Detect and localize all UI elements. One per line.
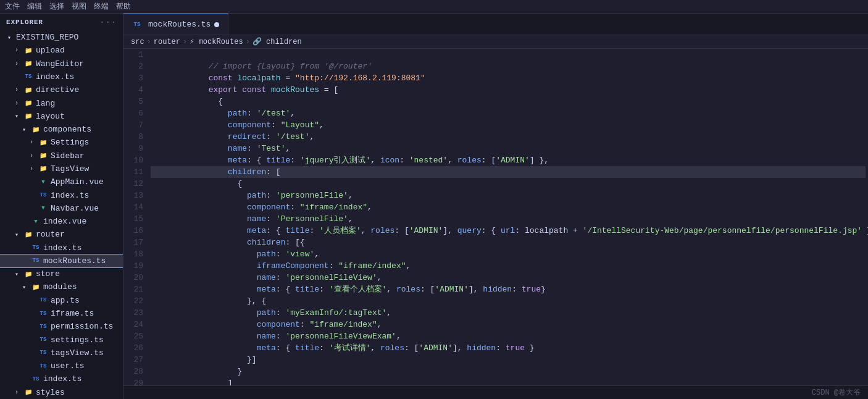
sidebar-item-app-ts[interactable]: TS app.ts (0, 294, 123, 307)
code-line-28: ] (151, 366, 866, 377)
label-app-ts: app.ts (51, 296, 80, 305)
code-editor[interactable]: 12345 678910 1112131415 1617181920 21222… (123, 49, 868, 385)
code-line-29: } (151, 377, 866, 385)
sidebar-item-navbar-vue[interactable]: ▼ Navbar.vue (0, 202, 123, 215)
sidebar-item-wangeditor[interactable]: 📁 WangEditor (0, 57, 123, 70)
sidebar-item-iframe-ts[interactable]: TS iframe.ts (0, 307, 123, 320)
sidebar-item-store[interactable]: 📁 store (0, 267, 123, 280)
menu-bar[interactable]: 文件 编辑 选择 视图 终端 帮助 (5, 1, 131, 12)
menu-edit[interactable]: 编辑 (27, 1, 42, 12)
folder-icon-components: 📁 (31, 125, 41, 135)
sidebar-item-upload[interactable]: 📁 upload (0, 44, 123, 57)
sidebar-item-tagsview[interactable]: 📁 TagsView (0, 162, 123, 175)
chevron-components (22, 126, 31, 133)
folder-icon-modules: 📁 (31, 282, 41, 292)
code-line-5: path: '/test', (151, 96, 866, 107)
watermark-text: CSDN @卷大爷 (812, 387, 861, 398)
sidebar-item-permission-ts[interactable]: TS permission.ts (0, 320, 123, 333)
label-permission-ts: permission.ts (51, 322, 113, 331)
folder-icon-lang: 📁 (23, 98, 33, 108)
sidebar-item-settings[interactable]: 📁 Settings (0, 136, 123, 149)
sidebar-more-button[interactable]: ··· (99, 17, 117, 27)
folder-icon-store: 📁 (23, 269, 33, 279)
label-index-ts-root: index.ts (36, 72, 74, 82)
sidebar-item-index-ts-router[interactable]: TS index.ts (0, 242, 123, 254)
menu-file[interactable]: 文件 (5, 1, 20, 12)
ts-icon-tab: TS (132, 20, 142, 30)
folder-icon-tagsview: 📁 (38, 164, 48, 174)
sidebar-item-index-vue[interactable]: ▼ index.vue (0, 215, 123, 228)
sidebar-item-styles[interactable]: 📁 styles (0, 386, 123, 399)
sidebar-repo-root[interactable]: EXISTING_REPO (0, 31, 123, 44)
label-lang: lang (36, 99, 55, 108)
menu-terminal[interactable]: 终端 (94, 1, 109, 12)
ts-icon-iframe: TS (38, 309, 48, 319)
sidebar-item-components[interactable]: 📁 components (0, 123, 123, 136)
sidebar-item-index-ts-store[interactable]: TS index.ts (0, 372, 123, 385)
label-index-ts-components: index.ts (51, 191, 89, 200)
label-index-ts-router: index.ts (43, 243, 81, 253)
sidebar-item-appmain-vue[interactable]: ▼ AppMain.vue (0, 175, 123, 188)
repo-label: EXISTING_REPO (16, 33, 78, 42)
sidebar-item-modules[interactable]: 📁 modules (0, 280, 123, 293)
label-sidebar-folder: Sidebar (51, 151, 85, 161)
chevron-wangeditor (15, 61, 23, 67)
sidebar-item-lang[interactable]: 📁 lang (0, 96, 123, 109)
ts-icon-router-idx: TS (31, 243, 41, 253)
sidebar-item-layout[interactable]: 📁 layout (0, 110, 123, 123)
ts-icon-user: TS (38, 361, 48, 371)
label-navbar-vue: Navbar.vue (51, 204, 99, 213)
label-settings: Settings (51, 138, 89, 147)
sidebar-header: Explorer ··· (0, 14, 123, 31)
sidebar-item-user-ts[interactable]: TS user.ts (0, 359, 123, 372)
chevron-tagsview (30, 166, 38, 172)
sidebar: Explorer ··· EXISTING_REPO 📁 upload 📁 Wa… (0, 14, 123, 399)
sidebar-item-tagsview-ts[interactable]: TS tagsView.ts (0, 346, 123, 359)
sidebar-item-index-ts-components[interactable]: TS index.ts (0, 188, 123, 201)
label-styles: styles (36, 388, 65, 397)
sep3: › (246, 38, 250, 46)
chevron-settings (30, 139, 38, 146)
code-content[interactable]: // import {Layout} from '@/router' const… (148, 49, 868, 385)
ts-icon-idx2: TS (38, 190, 48, 200)
label-appmain-vue: AppMain.vue (51, 177, 104, 187)
menu-help[interactable]: 帮助 (116, 1, 131, 12)
sidebar-item-router[interactable]: 📁 router (0, 228, 123, 241)
folder-icon-sidebar: 📁 (38, 151, 48, 161)
chevron-modules (22, 284, 31, 291)
sep1: › (147, 38, 151, 46)
label-modules: modules (43, 282, 77, 292)
ts-icon-settings: TS (38, 335, 48, 345)
sidebar-item-index-ts-root[interactable]: TS index.ts (0, 70, 123, 83)
breadcrumb-src: src (131, 38, 144, 46)
ts-icon-store-idx: TS (31, 374, 41, 384)
sidebar-item-directive[interactable]: 📁 directive (0, 83, 123, 96)
chevron-sidebar-folder (30, 153, 38, 159)
label-layout: layout (36, 112, 65, 121)
folder-icon-router: 📁 (23, 230, 33, 240)
chevron-directive (15, 86, 23, 93)
ts-icon-app: TS (38, 295, 48, 305)
breadcrumb-children: 🔗 children (252, 37, 302, 46)
menu-view[interactable]: 视图 (72, 1, 86, 12)
sidebar-item-settings-ts[interactable]: TS settings.ts (0, 333, 123, 346)
code-line-1: // import {Layout} from '@/router' (151, 49, 866, 61)
breadcrumb-router: router (154, 38, 180, 46)
label-store: store (36, 269, 60, 279)
chevron-router (15, 231, 23, 238)
label-router: router (36, 230, 65, 239)
main-layout: Explorer ··· EXISTING_REPO 📁 upload 📁 Wa… (0, 14, 868, 399)
chevron-store (15, 271, 23, 278)
label-components: components (43, 125, 91, 134)
tab-mockroutes[interactable]: TS mockRoutes.ts (123, 14, 228, 35)
label-upload: upload (36, 46, 65, 55)
sidebar-item-sidebar-folder[interactable]: 📁 Sidebar (0, 149, 123, 162)
line-numbers: 12345 678910 1112131415 1617181920 21222… (123, 49, 148, 385)
folder-icon-styles: 📁 (23, 387, 33, 397)
menu-selection[interactable]: 选择 (49, 1, 64, 12)
ts-icon-index: TS (23, 72, 33, 82)
ts-icon-permission: TS (38, 322, 48, 332)
label-iframe-ts: iframe.ts (51, 309, 94, 318)
sidebar-item-mockroutes-ts[interactable]: TS mockRoutes.ts (0, 254, 123, 267)
label-wangeditor: WangEditor (36, 59, 84, 69)
